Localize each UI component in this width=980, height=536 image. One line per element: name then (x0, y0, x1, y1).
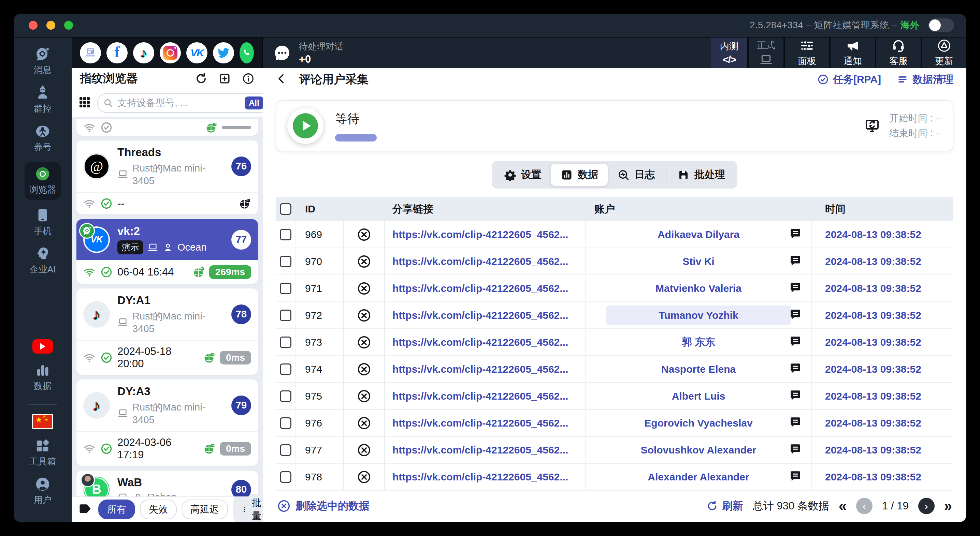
account-name[interactable]: Albert Luis (672, 390, 725, 402)
circle-x-icon[interactable] (357, 227, 371, 242)
sidebar-item-youtube[interactable] (32, 339, 53, 354)
sidebar-item-数据[interactable]: 数据 (34, 362, 51, 392)
tab-数据[interactable]: 数据 (551, 164, 608, 186)
toolbar-button-客服[interactable]: 客服 (875, 38, 921, 68)
batch-actions-button[interactable]: 批量 (234, 494, 263, 522)
info-icon[interactable] (242, 72, 255, 85)
row-checkbox[interactable] (280, 283, 291, 294)
toolbar-button-面板[interactable]: 面板 (783, 38, 829, 68)
tab-日志[interactable]: 日志 (608, 164, 664, 186)
row-checkbox[interactable] (280, 336, 291, 348)
share-link[interactable]: https://vk.com/clip-42122605_4562... (392, 309, 568, 321)
platform-vk-icon[interactable]: VK (186, 42, 207, 63)
profile-card-Threads[interactable]: @ThreadsRust的Mac mini-340576-- (76, 141, 258, 214)
share-link[interactable]: https://vk.com/clip-42122605_4562... (392, 283, 568, 294)
pending-conversations[interactable]: 待处理对话 +0 (263, 38, 353, 68)
circle-x-icon[interactable] (357, 443, 371, 457)
row-checkbox[interactable] (280, 309, 291, 321)
share-link[interactable]: https://vk.com/clip-42122605_4562... (392, 256, 568, 267)
comment-icon[interactable] (789, 281, 802, 296)
comment-icon[interactable] (789, 308, 802, 323)
share-link[interactable]: https://vk.com/clip-42122605_4562... (392, 444, 568, 456)
device-search-box[interactable]: All (97, 93, 263, 113)
share-link[interactable]: https://vk.com/clip-42122605_4562... (392, 390, 568, 402)
comment-icon[interactable] (789, 227, 802, 242)
circle-x-icon[interactable] (357, 335, 371, 349)
env-button-正式[interactable]: 正式 (747, 38, 783, 68)
toolbar-button-更新[interactable]: 更新 (921, 38, 966, 68)
circle-x-icon[interactable] (357, 389, 371, 403)
filter-pill-高延迟[interactable]: 高延迟 (181, 500, 228, 519)
account-name[interactable]: Stiv Ki (682, 256, 714, 267)
profile-card-vk:2[interactable]: VKvk:2演示Ocean7706-04 16:44269ms (76, 219, 258, 284)
sidebar-item-企业AI[interactable]: 企业AI (30, 246, 56, 276)
filter-pill-所有[interactable]: 所有 (98, 500, 135, 519)
filter-pill-失效[interactable]: 失效 (140, 500, 177, 519)
share-link[interactable]: https://vk.com/clip-42122605_4562... (392, 363, 568, 375)
row-checkbox[interactable] (280, 444, 291, 456)
account-name[interactable]: Nasporte Elena (661, 363, 736, 375)
sidebar-item-cn-flag[interactable]: ★★★ (32, 414, 53, 429)
account-name[interactable]: Solovushkov Alexander (641, 444, 757, 456)
grid-view-icon[interactable] (78, 95, 91, 111)
row-checkbox[interactable] (280, 417, 291, 429)
sidebar-item-工具箱[interactable]: 工具箱 (29, 438, 56, 468)
sidebar-item-浏览器[interactable]: 浏览器 (25, 162, 61, 200)
account-name[interactable]: Egorovich Vyacheslav (644, 417, 752, 429)
run-task-button[interactable] (287, 108, 323, 144)
platform-twitter-icon[interactable] (213, 42, 234, 63)
share-link[interactable]: https://vk.com/clip-42122605_4562... (392, 336, 568, 348)
search-scope-badge[interactable]: All (245, 97, 263, 109)
tag-icon[interactable] (78, 501, 93, 518)
circle-x-icon[interactable] (357, 254, 371, 269)
refresh-icon[interactable] (195, 72, 207, 85)
account-name[interactable]: Matvienko Valeria (655, 283, 741, 294)
circle-x-icon[interactable] (357, 416, 371, 430)
account-name[interactable]: Adikaeva Dilyara (657, 229, 740, 240)
comment-icon[interactable] (789, 254, 802, 269)
profile-card-WaB[interactable]: BWaBRoben802024-10-21 19:410ms (76, 471, 258, 496)
maximize-window-button[interactable] (64, 21, 73, 30)
sidebar-item-手机[interactable]: 手机 (34, 207, 51, 237)
next-page-button[interactable]: › (918, 498, 935, 514)
comment-icon[interactable] (789, 389, 802, 404)
account-name[interactable]: Tumanov Yozhik (606, 306, 791, 325)
refresh-table-button[interactable]: 刷新 (706, 499, 743, 513)
delete-selected-button[interactable]: 删除选中的数据 (277, 499, 369, 513)
env-button-内测[interactable]: 内测</> (711, 38, 747, 68)
platform-instagram-icon[interactable] (160, 42, 181, 63)
first-page-button[interactable]: « (839, 499, 846, 513)
row-checkbox[interactable] (280, 390, 291, 402)
sidebar-item-群控[interactable]: 群控 (34, 85, 51, 114)
circle-x-icon[interactable] (357, 308, 371, 323)
platform-device-icon[interactable] (80, 42, 101, 63)
sidebar-item-消息[interactable]: 消息 (34, 46, 51, 76)
account-name[interactable]: Alexander Alexander (648, 471, 749, 483)
minimize-window-button[interactable] (46, 21, 55, 30)
add-profile-icon[interactable] (218, 72, 231, 85)
comment-icon[interactable] (789, 362, 802, 377)
back-button[interactable] (276, 73, 287, 86)
row-checkbox[interactable] (280, 471, 291, 483)
share-link[interactable]: https://vk.com/clip-42122605_4562... (392, 471, 568, 483)
prev-page-button[interactable]: ‹ (856, 498, 872, 514)
comment-icon[interactable] (789, 415, 802, 431)
profile-card-DY:A1[interactable]: ♪DY:A1Rust的Mac mini-3405782024-05-18 20:… (76, 289, 258, 375)
circle-x-icon[interactable] (357, 362, 371, 376)
select-all-checkbox[interactable] (280, 203, 291, 215)
account-name[interactable]: 郭 东东 (682, 335, 715, 349)
close-window-button[interactable] (29, 21, 38, 30)
row-checkbox[interactable] (280, 229, 291, 240)
task-rpa-link[interactable]: 任务[RPA] (817, 73, 881, 87)
sidebar-item-用户[interactable]: 用户 (34, 476, 51, 506)
comment-icon[interactable] (789, 335, 802, 350)
share-link[interactable]: https://vk.com/clip-42122605_4562... (392, 229, 568, 240)
last-page-button[interactable]: » (944, 499, 952, 513)
circle-x-icon[interactable] (357, 470, 371, 484)
profile-card-partial[interactable] (76, 119, 258, 136)
theme-toggle[interactable] (928, 18, 954, 32)
search-input[interactable] (118, 98, 240, 108)
data-clean-link[interactable]: 数据清理 (897, 73, 953, 87)
platform-facebook-icon[interactable]: f (107, 42, 127, 63)
share-link[interactable]: https://vk.com/clip-42122605_4562... (392, 417, 568, 429)
